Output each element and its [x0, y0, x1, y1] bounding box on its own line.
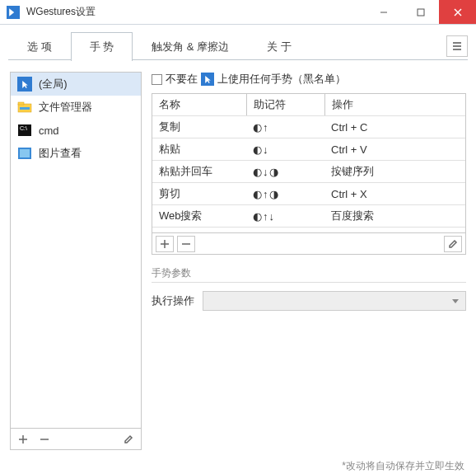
blacklist-row: 不要在 上使用任何手势（黑名单） [152, 72, 466, 87]
gesture-table[interactable]: 名称 助记符 操作 复制◐↑Ctrl + C 粘贴◐↓Ctrl + V 粘贴并回… [152, 93, 466, 233]
app-icon [7, 6, 20, 19]
sidebar-item-explorer[interactable]: 文件管理器 [11, 96, 141, 119]
sidebar-item-label: cmd [39, 124, 59, 137]
svg-text:C:\: C:\ [20, 125, 27, 131]
edit-app-button[interactable] [119, 431, 138, 448]
params-title: 手势参数 [152, 266, 466, 283]
edit-gesture-button[interactable] [444, 236, 462, 252]
exec-action-label: 执行操作 [152, 293, 194, 308]
autosave-note: *改动将自动保存并立即生效 [342, 459, 464, 473]
blacklist-prefix: 不要在 [166, 72, 198, 87]
folder-icon [17, 100, 32, 115]
window-controls [365, 0, 476, 24]
sidebar-item-imageviewer[interactable]: 图片查看 [11, 142, 141, 165]
add-app-button[interactable] [14, 431, 32, 448]
app-list[interactable]: (全局) 文件管理器 C:\ cmd 图片查看 [10, 72, 142, 429]
tab-gestures[interactable]: 手 势 [71, 32, 133, 61]
footer: *改动将自动保存并立即生效 [0, 457, 476, 474]
exec-action-row: 执行操作 [152, 291, 466, 311]
main-panel: 不要在 上使用任何手势（黑名单） 名称 助记符 操作 复制◐↑Ctrl + C … [152, 72, 466, 450]
sidebar-item-label: 图片查看 [39, 146, 82, 161]
remove-gesture-button[interactable] [177, 236, 195, 252]
table-row[interactable]: 复制◐↑Ctrl + C [152, 116, 465, 138]
app-sidebar: (全局) 文件管理器 C:\ cmd 图片查看 [10, 72, 142, 450]
sidebar-item-cmd[interactable]: C:\ cmd [11, 119, 141, 142]
gesture-toolbar [152, 233, 466, 255]
terminal-icon: C:\ [17, 123, 32, 138]
content-area: (全局) 文件管理器 C:\ cmd 图片查看 [0, 60, 476, 457]
sidebar-item-label: (全局) [39, 77, 68, 92]
col-name[interactable]: 名称 [152, 94, 246, 116]
tab-bar: 选 项 手 势 触发角 & 摩擦边 关 于 [0, 25, 476, 60]
menu-button[interactable] [446, 35, 468, 57]
table-row[interactable]: 剪切◐↑◑Ctrl + X [152, 183, 465, 205]
remove-app-button[interactable] [35, 431, 54, 448]
sidebar-item-global[interactable]: (全局) [11, 73, 141, 96]
col-action[interactable]: 操作 [324, 94, 465, 116]
cursor-icon [17, 77, 32, 92]
window-title: WGestures设置 [26, 5, 365, 19]
sidebar-item-label: 文件管理器 [39, 100, 92, 115]
blacklist-suffix: 上使用任何手势（黑名单） [217, 72, 346, 87]
sidebar-toolbar [10, 429, 142, 450]
col-mnemonic[interactable]: 助记符 [246, 94, 324, 116]
close-button[interactable] [439, 0, 476, 24]
minimize-button[interactable] [365, 0, 402, 24]
tab-options[interactable]: 选 项 [8, 32, 71, 61]
cursor-icon [201, 73, 214, 86]
tab-about[interactable]: 关 于 [248, 32, 310, 61]
svg-rect-8 [18, 102, 24, 105]
maximize-button[interactable] [402, 0, 439, 24]
tab-hotcorners[interactable]: 触发角 & 摩擦边 [133, 32, 248, 61]
table-row[interactable]: 粘贴◐↓Ctrl + V [152, 138, 465, 161]
titlebar: WGestures设置 [0, 0, 476, 25]
svg-rect-9 [20, 107, 30, 110]
table-header-row: 名称 助记符 操作 [152, 94, 465, 116]
table-row[interactable]: 粘贴并回车◐↓◑按键序列 [152, 161, 465, 183]
svg-rect-1 [418, 9, 424, 16]
image-icon [17, 146, 32, 161]
exec-action-select[interactable] [203, 291, 466, 311]
blacklist-checkbox[interactable] [152, 74, 162, 85]
svg-rect-14 [20, 149, 30, 157]
gesture-params: 手势参数 执行操作 [152, 266, 466, 311]
table-row[interactable]: Web搜索◐↑↓百度搜索 [152, 205, 465, 228]
add-gesture-button[interactable] [156, 236, 174, 252]
table-row[interactable]: 关闭◐↓→Ctrl + W [152, 228, 465, 234]
